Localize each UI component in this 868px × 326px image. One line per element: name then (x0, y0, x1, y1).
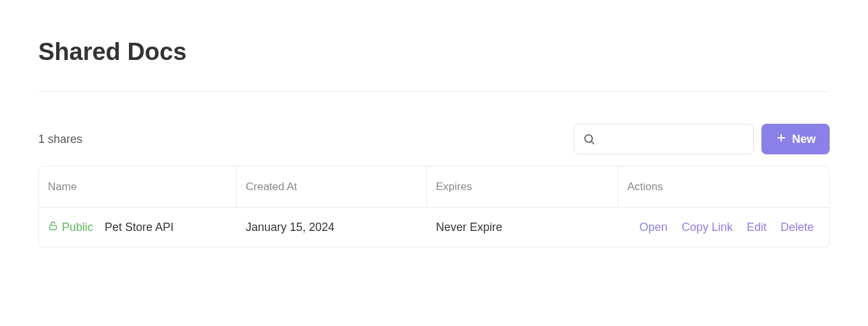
column-header-name: Name (39, 167, 237, 207)
new-button-label: New (792, 133, 816, 146)
shares-count-label: 1 shares (38, 133, 82, 146)
search-icon (583, 133, 595, 145)
plus-icon (775, 132, 787, 147)
open-action[interactable]: Open (640, 221, 668, 234)
page-title: Shared Docs (38, 38, 830, 66)
column-header-expires: Expires (427, 167, 618, 207)
search-field-wrapper (574, 124, 754, 154)
visibility-label: Public (62, 221, 93, 234)
doc-name: Pet Store API (105, 221, 174, 234)
unlock-icon (48, 221, 58, 234)
divider (38, 91, 830, 92)
visibility-badge: Public (48, 221, 93, 234)
new-button[interactable]: New (761, 124, 830, 154)
table-header-row: Name Created At Expires Actions (39, 167, 829, 208)
created-at-cell: January 15, 2024 (237, 208, 427, 247)
column-header-actions: Actions (618, 167, 829, 207)
svg-line-1 (591, 142, 594, 144)
expires-cell: Never Expire (427, 208, 618, 247)
shared-docs-table: Name Created At Expires Actions Public P… (38, 166, 830, 248)
table-row: Public Pet Store API January 15, 2024 Ne… (39, 208, 829, 247)
svg-rect-4 (50, 225, 57, 230)
search-input[interactable] (574, 124, 754, 154)
column-header-created-at: Created At (237, 167, 427, 207)
delete-action[interactable]: Delete (781, 221, 814, 234)
copy-link-action[interactable]: Copy Link (682, 221, 733, 234)
edit-action[interactable]: Edit (747, 221, 767, 234)
